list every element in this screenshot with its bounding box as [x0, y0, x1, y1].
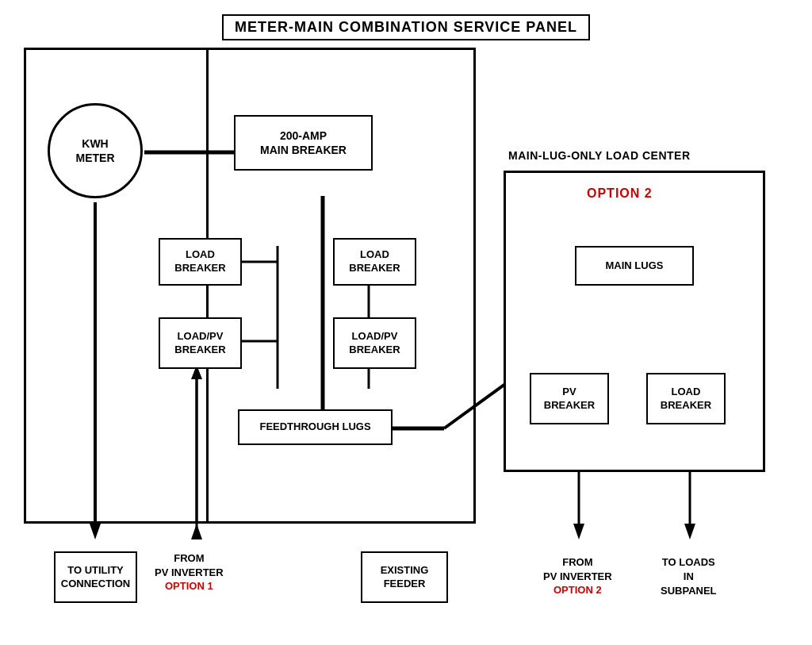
option1-label: OPTION 1	[155, 580, 224, 592]
to-utility-box: TO UTILITYCONNECTION	[54, 551, 137, 603]
main-title: METER-MAIN COMBINATION SERVICE PANEL	[222, 14, 590, 40]
load-pv-breaker-1-box: LOAD/PVBREAKER	[159, 317, 242, 369]
load-breaker-sub-box: LOADBREAKER	[646, 373, 726, 424]
from-pv-option1-box: FROMPV INVERTER OPTION 1	[155, 551, 224, 592]
svg-marker-20	[573, 524, 584, 539]
option2-label: OPTION 2	[543, 584, 612, 596]
main-lugs-label: MAIN LUGS	[606, 259, 664, 273]
kwh-meter-label: KWHMETER	[76, 136, 115, 165]
diagram-container: METER-MAIN COMBINATION SERVICE PANEL KWH…	[0, 0, 812, 645]
to-loads-subpanel-box: TO LOADSINSUBPANEL	[661, 555, 717, 599]
load-breaker-sub-label: LOADBREAKER	[661, 386, 711, 413]
pv-breaker-box: PVBREAKER	[530, 373, 609, 424]
load-center-box	[504, 171, 765, 472]
feedthrough-lugs-box: FEEDTHROUGH LUGS	[238, 409, 393, 445]
panel-divider	[206, 48, 209, 524]
main-breaker-label: 200-AMPMAIN BREAKER	[260, 129, 347, 157]
svg-marker-13	[191, 524, 202, 539]
svg-marker-9	[90, 524, 101, 539]
load-breaker-1-label: LOADBREAKER	[174, 248, 225, 275]
load-pv-breaker-2-box: LOAD/PVBREAKER	[333, 317, 416, 369]
svg-marker-22	[684, 524, 695, 539]
load-breaker-2-box: LOADBREAKER	[333, 238, 416, 286]
load-center-title: MAIN-LUG-ONLY LOAD CENTER	[504, 149, 695, 162]
feedthrough-lugs-label: FEEDTHROUGH LUGS	[259, 420, 370, 434]
existing-feeder-box: EXISTINGFEEDER	[361, 551, 448, 603]
load-pv-breaker-1-label: LOAD/PVBREAKER	[174, 330, 225, 357]
from-pv-option2-box: FROMPV INVERTER OPTION 2	[543, 555, 612, 596]
load-breaker-1-box: LOADBREAKER	[159, 238, 242, 286]
main-breaker-box: 200-AMPMAIN BREAKER	[234, 115, 373, 171]
pv-breaker-label: PVBREAKER	[544, 386, 595, 413]
existing-feeder-label: EXISTINGFEEDER	[381, 564, 429, 591]
to-utility-label: TO UTILITYCONNECTION	[61, 564, 130, 591]
kwh-meter: KWHMETER	[48, 103, 143, 198]
main-lugs-box: MAIN LUGS	[575, 246, 694, 286]
option2-title-label: OPTION 2	[587, 186, 653, 201]
load-breaker-2-label: LOADBREAKER	[349, 248, 400, 275]
load-pv-breaker-2-label: LOAD/PVBREAKER	[349, 330, 400, 357]
